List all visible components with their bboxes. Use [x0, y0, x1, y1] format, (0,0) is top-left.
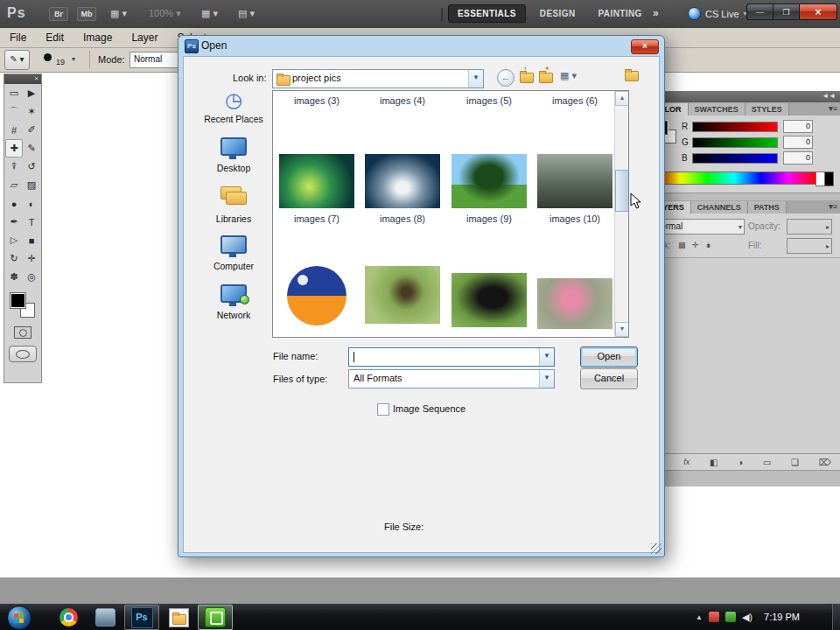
show-hidden-icons[interactable]: ▲	[696, 613, 703, 621]
brush-picker-arrow-icon[interactable]: ▾	[72, 55, 75, 63]
tab-paths[interactable]: PATHS	[748, 201, 787, 214]
file-label[interactable]: images (10)	[537, 214, 612, 224]
taskbar-capture-button[interactable]	[198, 605, 233, 630]
place-recent[interactable]: ◷ Recent Places	[196, 87, 271, 134]
blur-tool[interactable]: ●	[5, 194, 23, 213]
hand-tool[interactable]: ✽	[5, 268, 23, 286]
pen-tool[interactable]: ✒	[5, 213, 23, 231]
adjustment-layer-icon[interactable]: ◑	[738, 458, 743, 467]
file-label[interactable]: images (8)	[365, 214, 440, 224]
screen-mode-menu-icon[interactable]: ▤ ▾	[238, 8, 255, 19]
3d-rotate-tool[interactable]: ↻	[5, 249, 23, 268]
place-desktop[interactable]: Desktop	[196, 136, 271, 183]
file-label[interactable]: images (9)	[452, 214, 527, 224]
thumbnail-bird[interactable]	[365, 266, 440, 324]
collapse-panels-icon[interactable]: ◄◄	[822, 92, 836, 100]
file-label[interactable]: images (4)	[365, 95, 440, 106]
onetouch-folder-icon[interactable]	[625, 71, 639, 81]
volume-icon[interactable]: ◀)	[742, 612, 752, 623]
tray-icon-1[interactable]	[709, 612, 719, 622]
delete-layer-icon[interactable]: ⌦	[818, 458, 830, 467]
red-value[interactable]: 0	[783, 120, 813, 133]
red-slider[interactable]	[692, 122, 778, 132]
minimize-button[interactable]: —	[746, 4, 773, 20]
new-folder-icon[interactable]	[539, 73, 553, 83]
file-list[interactable]: images (3) images (4) images (5) images …	[272, 90, 629, 338]
brush-size-value[interactable]: 19	[56, 58, 65, 66]
dodge-tool[interactable]: ◐	[23, 194, 40, 213]
quick-mask-icon[interactable]	[14, 326, 32, 339]
thumbnail-images-10[interactable]	[537, 154, 612, 208]
tab-styles[interactable]: STYLES	[746, 103, 789, 116]
screen-mode-button[interactable]	[9, 346, 37, 362]
workspace-tab-painting[interactable]: PAINTING	[590, 5, 651, 22]
blue-slider[interactable]	[692, 153, 778, 164]
look-in-combo[interactable]: project pics ▼	[272, 69, 484, 88]
marquee-tool[interactable]: ▭	[5, 84, 23, 102]
menu-image[interactable]: Image	[74, 32, 122, 44]
view-menu-icon[interactable]: ▦ ▾	[560, 70, 577, 81]
file-label[interactable]: images (5)	[452, 95, 527, 106]
resize-grip-icon[interactable]	[651, 543, 662, 554]
start-button[interactable]	[7, 606, 32, 630]
spot-healing-tool[interactable]: ✚	[5, 139, 23, 158]
file-name-input[interactable]: ▼	[348, 347, 555, 367]
tab-channels[interactable]: CHANNELS	[691, 201, 748, 214]
menu-edit[interactable]: Edit	[36, 32, 74, 44]
fill-select[interactable]: ▸	[787, 238, 832, 254]
panel-menu-icon[interactable]: ▾≡	[829, 104, 837, 113]
open-button[interactable]: Open	[580, 346, 638, 368]
cs-live-button[interactable]: CS Live ▾	[688, 7, 747, 20]
image-sequence-checkbox[interactable]	[377, 403, 389, 416]
menu-layer[interactable]: Layer	[122, 32, 167, 44]
arrange-documents-icon[interactable]: ▦ ▾	[201, 8, 218, 19]
zoom-tool[interactable]: ◎	[23, 268, 40, 286]
layer-group-icon[interactable]: ▭	[763, 458, 771, 467]
taskbar-explorer-button[interactable]	[161, 605, 196, 630]
thumbnail-images-8[interactable]	[365, 154, 440, 208]
current-tool-preset[interactable]: ✎ ▾	[4, 50, 30, 70]
brush-tool[interactable]: ✎	[23, 139, 40, 158]
path-selection-tool[interactable]: ▷	[5, 231, 23, 249]
color-ramp[interactable]	[652, 172, 816, 185]
mini-bridge-button[interactable]: Mb	[77, 7, 96, 21]
history-brush-tool[interactable]: ↺	[23, 158, 40, 176]
toolbox-close-icon[interactable]: ×	[34, 74, 38, 82]
scroll-up-icon[interactable]: ▲	[615, 91, 629, 106]
blue-value[interactable]: 0	[783, 151, 813, 164]
files-of-type-select[interactable]: All Formats ▼	[348, 369, 555, 388]
type-tool[interactable]: T	[23, 213, 40, 231]
scroll-down-icon[interactable]: ▼	[615, 322, 629, 337]
ramp-black-swatch[interactable]	[824, 172, 834, 186]
dialog-close-button[interactable]: ×	[631, 39, 659, 54]
menu-file[interactable]: File	[0, 32, 36, 44]
gradient-tool[interactable]: ▨	[23, 176, 40, 194]
move-tool[interactable]: ▶	[23, 84, 40, 102]
zoom-level[interactable]: 100% ▾	[149, 8, 181, 19]
thumbnail-images-7[interactable]	[279, 154, 354, 208]
bridge-button[interactable]: Br	[49, 7, 68, 21]
green-slider[interactable]	[692, 137, 778, 148]
thumbnail-camera[interactable]	[452, 273, 527, 327]
3d-pan-tool[interactable]: ✛	[23, 249, 40, 268]
chevron-down-icon[interactable]: ▼	[539, 348, 554, 366]
green-value[interactable]: 0	[783, 136, 813, 149]
chevron-down-icon[interactable]: ▼	[539, 370, 554, 388]
thumbnail-person[interactable]	[537, 278, 612, 329]
workspace-overflow-chevron[interactable]: »	[653, 7, 659, 19]
lock-transparency-icon[interactable]: ▩	[678, 241, 686, 249]
file-label[interactable]: images (7)	[279, 214, 354, 224]
tray-icon-2[interactable]	[725, 612, 736, 622]
up-one-level-icon[interactable]	[520, 73, 534, 83]
clone-stamp-tool[interactable]: ⍒	[5, 158, 23, 176]
file-label[interactable]: images (3)	[279, 95, 354, 106]
quick-selection-tool[interactable]: ✶	[23, 102, 40, 121]
place-computer[interactable]: Computer	[196, 234, 271, 281]
shape-tool[interactable]: ■	[23, 231, 40, 249]
workspace-tab-essentials[interactable]: ESSENTIALS	[448, 4, 526, 23]
view-extras-icon[interactable]: ▦ ▾	[110, 8, 127, 19]
tab-swatches[interactable]: SWATCHES	[689, 103, 746, 116]
eyedropper-tool[interactable]: ✐	[23, 121, 40, 139]
crop-tool[interactable]: #	[5, 121, 23, 139]
scrollbar-thumb[interactable]	[615, 170, 629, 212]
